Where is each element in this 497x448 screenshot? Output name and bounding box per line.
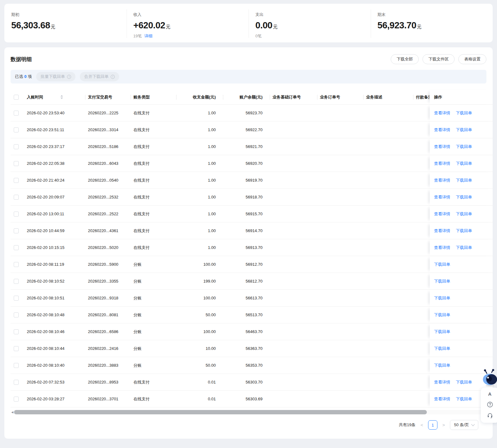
row-checkbox[interactable] bbox=[14, 363, 19, 368]
row-checkbox[interactable] bbox=[14, 279, 19, 284]
row-checkbox[interactable] bbox=[14, 144, 19, 149]
cell-description bbox=[364, 256, 413, 273]
download-receipt-link[interactable]: 下载回单 bbox=[456, 228, 472, 234]
view-details-link[interactable]: 查看详情 bbox=[434, 194, 450, 200]
view-details-link[interactable]: 查看详情 bbox=[434, 110, 450, 116]
help-question-icon[interactable] bbox=[487, 402, 493, 407]
download-receipt-link[interactable]: 下载回单 bbox=[456, 144, 472, 150]
download-receipt-link[interactable]: 下载回单 bbox=[456, 396, 472, 402]
download-receipt-link[interactable]: 下载回单 bbox=[434, 279, 450, 284]
font-size-a-icon[interactable]: A bbox=[488, 391, 492, 397]
cell-amount: 50.00 bbox=[176, 357, 223, 374]
cell-balance: 56913.70 bbox=[223, 239, 270, 256]
cell-description bbox=[364, 105, 413, 121]
cell-base-order bbox=[270, 122, 317, 138]
row-checkbox[interactable] bbox=[14, 296, 19, 301]
row-checkbox[interactable] bbox=[14, 178, 19, 183]
row-checkbox[interactable] bbox=[14, 212, 19, 217]
view-details-link[interactable]: 查看详情 bbox=[434, 245, 450, 250]
download-receipt-link[interactable]: 下载回单 bbox=[456, 379, 472, 385]
scrollbar-track[interactable] bbox=[14, 410, 483, 414]
row-checkbox-cell bbox=[11, 172, 24, 188]
row-checkbox[interactable] bbox=[14, 329, 19, 334]
cell-balance: 56912.70 bbox=[223, 256, 270, 273]
scrollbar-thumb[interactable] bbox=[14, 410, 427, 414]
currency-unit: 元 bbox=[166, 24, 171, 29]
view-details-link[interactable]: 查看详情 bbox=[434, 161, 450, 166]
download-receipt-link[interactable]: 下载回单 bbox=[434, 363, 450, 368]
download-receipt-link[interactable]: 下载回单 bbox=[456, 211, 472, 217]
column-header-balance: 账户余额(元) bbox=[223, 90, 270, 104]
cell-base-order bbox=[270, 256, 317, 273]
cell-order bbox=[317, 340, 364, 357]
download-file-zone-button[interactable]: 下载文件区 bbox=[422, 54, 455, 64]
download-all-button[interactable]: 下载全部 bbox=[391, 54, 419, 64]
cell-amount: 1.00 bbox=[176, 172, 223, 188]
cell-alipay-txn-id: 20260220...5186 bbox=[85, 138, 131, 155]
view-details-link[interactable]: 查看详情 bbox=[434, 178, 450, 183]
cell-amount: 1.00 bbox=[176, 138, 223, 155]
cell-entry-time: 2026-02-20 03:28:27 bbox=[24, 391, 85, 407]
income-value: +620.02元 bbox=[133, 20, 249, 31]
prev-page-icon[interactable]: < bbox=[420, 422, 423, 427]
cell-actions: 查看详情下载回单 bbox=[430, 172, 493, 188]
next-page-icon[interactable]: > bbox=[442, 422, 445, 427]
download-receipt-link[interactable]: 下载回单 bbox=[456, 161, 472, 166]
download-receipt-link[interactable]: 下载回单 bbox=[434, 262, 450, 267]
download-receipt-link[interactable]: 下载回单 bbox=[456, 110, 472, 116]
row-checkbox[interactable] bbox=[14, 346, 19, 351]
batch-download-receipts-button[interactable]: 批量下载回单 i bbox=[36, 72, 75, 81]
cell-amount: 1.00 bbox=[176, 105, 223, 121]
cell-entry-time: 2026-02-20 08:11:19 bbox=[24, 256, 85, 273]
view-details-link[interactable]: 查看详情 bbox=[434, 127, 450, 133]
download-receipt-link[interactable]: 下载回单 bbox=[434, 295, 450, 301]
cell-base-order bbox=[270, 189, 317, 205]
download-receipt-link[interactable]: 下载回单 bbox=[434, 329, 450, 335]
download-receipt-link[interactable]: 下载回单 bbox=[434, 346, 450, 351]
download-receipt-link[interactable]: 下载回单 bbox=[456, 194, 472, 200]
view-details-link[interactable]: 查看详情 bbox=[434, 379, 450, 385]
cell-actions: 查看详情下载回单 bbox=[430, 206, 493, 222]
cell-description bbox=[364, 239, 413, 256]
cell-base-order bbox=[270, 239, 317, 256]
page-size-select[interactable]: 50 条/页 bbox=[450, 420, 478, 430]
table-settings-button[interactable]: 表格设置 bbox=[458, 54, 486, 64]
row-checkbox[interactable] bbox=[14, 111, 19, 116]
merge-download-receipts-button[interactable]: 合并下载回单 i bbox=[80, 72, 119, 81]
row-checkbox[interactable] bbox=[14, 195, 19, 200]
cell-balance: 56922.70 bbox=[223, 122, 270, 138]
download-receipt-link[interactable]: 下载回单 bbox=[456, 178, 472, 183]
row-checkbox[interactable] bbox=[14, 397, 19, 402]
sort-icon[interactable] bbox=[60, 95, 63, 99]
cell-description bbox=[364, 222, 413, 239]
select-all-checkbox[interactable] bbox=[14, 95, 19, 100]
download-receipt-link[interactable]: 下载回单 bbox=[456, 127, 472, 133]
opening-balance-value: 56,303.68元 bbox=[11, 20, 127, 31]
table-row: 2026-02-20 08:10:4420260220...2416分账10.0… bbox=[11, 340, 493, 357]
row-checkbox[interactable] bbox=[14, 127, 19, 132]
view-details-link[interactable]: 查看详情 bbox=[434, 228, 450, 234]
customer-service-headset-icon[interactable] bbox=[487, 412, 493, 418]
column-header-time: 入账时间 bbox=[24, 90, 85, 104]
row-checkbox[interactable] bbox=[14, 228, 19, 233]
download-receipt-link[interactable]: 下载回单 bbox=[456, 245, 472, 250]
row-checkbox[interactable] bbox=[14, 380, 19, 385]
robot-assistant-avatar[interactable] bbox=[481, 369, 497, 387]
scroll-left-arrow-icon[interactable]: ◀ bbox=[11, 410, 13, 414]
page-number-button[interactable]: 1 bbox=[428, 420, 437, 430]
view-details-link[interactable]: 查看详情 bbox=[434, 144, 450, 150]
download-receipt-link[interactable]: 下载回单 bbox=[434, 312, 450, 318]
view-details-link[interactable]: 查看详情 bbox=[434, 211, 450, 217]
income-detail-link[interactable]: 详细 bbox=[144, 33, 152, 39]
view-details-link[interactable]: 查看详情 bbox=[434, 396, 450, 402]
row-checkbox[interactable] bbox=[14, 262, 19, 267]
cell-description bbox=[364, 290, 413, 306]
cell-alipay-txn-id: 20260220...3314 bbox=[85, 122, 131, 138]
row-checkbox[interactable] bbox=[14, 312, 19, 317]
cell-actions: 查看详情下载回单 bbox=[430, 222, 493, 239]
cell-payer-remark bbox=[413, 323, 430, 340]
table-row: 2026-02-20 23:37:1720260220...5186在线支付1.… bbox=[11, 138, 493, 155]
row-checkbox[interactable] bbox=[14, 161, 19, 166]
row-checkbox[interactable] bbox=[14, 245, 19, 250]
cell-account-type: 在线支付 bbox=[131, 155, 176, 172]
